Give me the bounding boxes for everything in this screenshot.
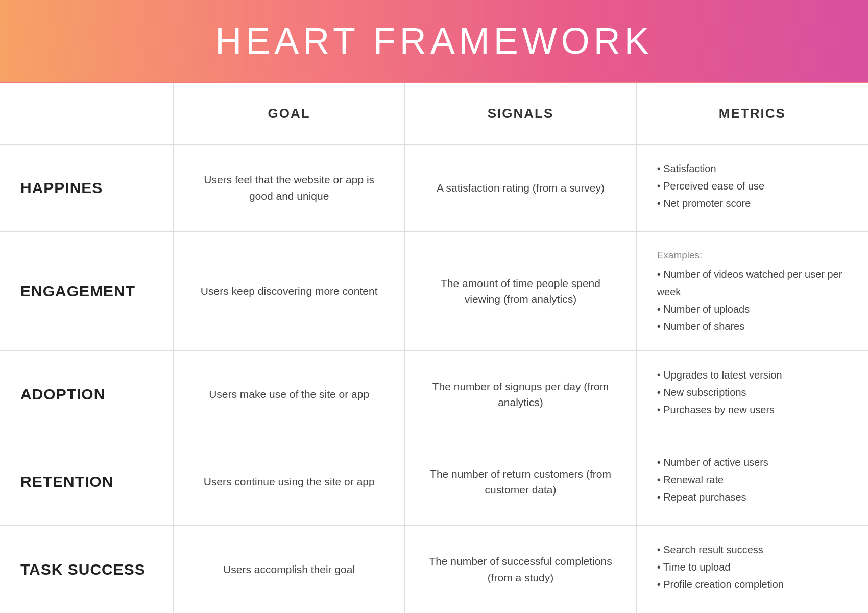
row-retention-metrics: • Number of active users• Renewal rate• … <box>637 438 868 526</box>
metrics-item: • Time to upload <box>657 558 731 576</box>
row-adoption-metrics: • Upgrades to latest version• New subscr… <box>637 351 868 438</box>
row-engagement-signal: The amount of time people spend viewing … <box>405 232 636 351</box>
header: HEART FRAMEWORK <box>0 0 868 82</box>
col-header-goal: GOAL <box>174 83 405 145</box>
row-engagement-label: ENGAGEMENT <box>0 232 174 351</box>
metrics-item: • Number of active users <box>657 454 768 471</box>
col-header-signals: SIGNALS <box>405 83 636 145</box>
framework-table: GOAL SIGNALS METRICS HAPPINES Users feel… <box>0 83 868 613</box>
metrics-note: Examples: <box>657 247 703 264</box>
metrics-item: • Net promoter score <box>657 195 751 212</box>
metrics-item: • Purchases by new users <box>657 401 775 418</box>
row-tasksuccess-label: TASK SUCCESS <box>0 526 174 613</box>
row-adoption-goal: Users make use of the site or app <box>174 351 405 438</box>
row-retention-goal: Users continue using the site or app <box>174 438 405 526</box>
row-retention-signal: The number of return customers (from cus… <box>405 438 636 526</box>
row-happiness-goal: Users feel that the website or app is go… <box>174 145 405 232</box>
row-engagement-metrics: Examples:• Number of videos watched per … <box>637 232 868 351</box>
metrics-item: • Profile creation completion <box>657 576 784 593</box>
metrics-item: • New subscriptions <box>657 384 746 401</box>
row-adoption-label: ADOPTION <box>0 351 174 438</box>
page-title: HEART FRAMEWORK <box>215 20 653 62</box>
row-adoption-signal: The number of signups per day (from anal… <box>405 351 636 438</box>
row-tasksuccess-metrics: • Search result success• Time to upload•… <box>637 526 868 613</box>
col-header-empty <box>0 83 174 145</box>
row-tasksuccess-goal: Users accomplish their goal <box>174 526 405 613</box>
metrics-item: • Number of videos watched per user per … <box>657 266 848 300</box>
metrics-item: • Perceived ease of use <box>657 177 764 195</box>
row-happiness-label: HAPPINES <box>0 145 174 232</box>
row-tasksuccess-signal: The number of successful completions (fr… <box>405 526 636 613</box>
metrics-item: • Upgrades to latest version <box>657 366 782 384</box>
metrics-item: • Satisfaction <box>657 160 716 177</box>
row-engagement-goal: Users keep discovering more content <box>174 232 405 351</box>
metrics-item: • Renewal rate <box>657 471 724 488</box>
col-header-metrics: METRICS <box>637 83 868 145</box>
metrics-item: • Search result success <box>657 541 763 558</box>
metrics-item: • Number of uploads <box>657 300 750 318</box>
row-happiness-metrics: • Satisfaction• Perceived ease of use• N… <box>637 145 868 232</box>
metrics-item: • Number of shares <box>657 318 745 335</box>
row-happiness-signal: A satisfaction rating (from a survey) <box>405 145 636 232</box>
row-retention-label: RETENTION <box>0 438 174 526</box>
metrics-item: • Repeat purchases <box>657 488 746 506</box>
